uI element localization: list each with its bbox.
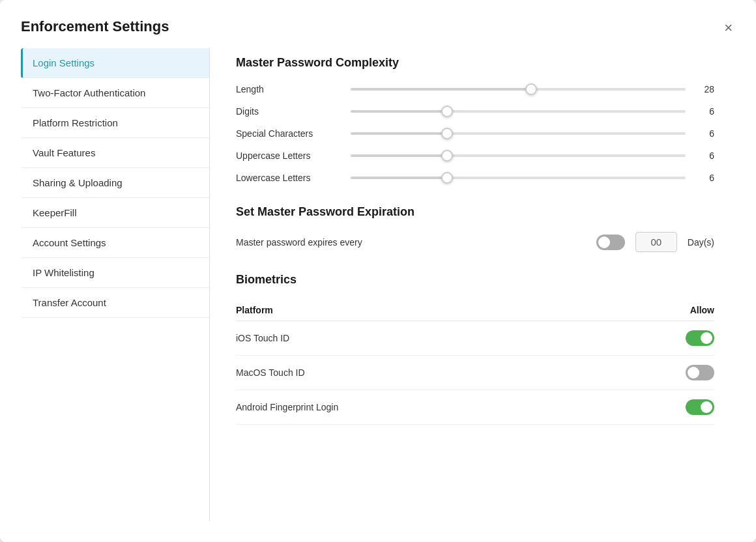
biometrics-toggle-macos-touch-id[interactable] <box>686 365 714 380</box>
slider-input-length[interactable] <box>351 88 686 91</box>
enforcement-settings-modal: Enforcement Settings × Login SettingsTwo… <box>0 0 756 542</box>
slider-row-uppercase: Uppercase Letters6 <box>236 149 714 162</box>
close-button[interactable]: × <box>721 18 735 38</box>
expiration-row: Master password expires every Day(s) <box>236 232 714 252</box>
biometrics-toggle-slider-android-fingerprint <box>686 399 714 415</box>
sidebar-item-login-settings[interactable]: Login Settings <box>21 48 209 78</box>
biometrics-rows: iOS Touch IDMacOS Touch IDAndroid Finger… <box>236 321 714 425</box>
biometrics-toggle-slider-macos-touch-id <box>686 365 714 380</box>
slider-label-digits: Digits <box>236 106 340 117</box>
modal-header: Enforcement Settings × <box>0 0 756 48</box>
slider-input-digits[interactable] <box>351 110 686 113</box>
biometrics-toggle-slider-ios-touch-id <box>686 330 714 346</box>
slider-wrap-digits <box>351 105 686 118</box>
slider-row-length: Length28 <box>236 83 714 96</box>
slider-value-lowercase: 6 <box>696 173 714 183</box>
slider-value-length: 28 <box>696 84 714 94</box>
sidebar-item-vault-features[interactable]: Vault Features <box>21 138 209 168</box>
expiration-toggle-slider <box>596 235 625 250</box>
slider-wrap-uppercase <box>351 149 686 162</box>
biometrics-section: Biometrics Platform Allow iOS Touch IDMa… <box>236 273 714 425</box>
slider-input-special-chars[interactable] <box>351 132 686 135</box>
biometrics-allow-header: Allow <box>690 305 714 315</box>
sidebar-item-keeperfill[interactable]: KeeperFill <box>21 198 209 228</box>
slider-input-uppercase[interactable] <box>351 154 686 157</box>
main-content: Master Password Complexity Length28Digit… <box>210 48 735 521</box>
biometrics-label-android-fingerprint: Android Fingerprint Login <box>236 402 338 412</box>
password-section-title: Master Password Complexity <box>236 56 714 70</box>
slider-wrap-length <box>351 83 686 96</box>
expiration-toggle[interactable] <box>596 235 625 250</box>
slider-label-lowercase: Lowercase Letters <box>236 173 340 183</box>
modal-title: Enforcement Settings <box>21 18 169 35</box>
sidebar-item-ip-whitelisting[interactable]: IP Whitelisting <box>21 258 209 288</box>
biometrics-row-macos-touch-id: MacOS Touch ID <box>236 356 714 390</box>
modal-body: Login SettingsTwo-Factor AuthenticationP… <box>0 48 756 542</box>
sidebar-item-transfer-account[interactable]: Transfer Account <box>21 288 209 318</box>
slider-wrap-special-chars <box>351 127 686 140</box>
expiration-section-title: Set Master Password Expiration <box>236 205 714 219</box>
expiration-label: Master password expires every <box>236 237 586 248</box>
biometrics-row-android-fingerprint: Android Fingerprint Login <box>236 390 714 425</box>
slider-input-lowercase[interactable] <box>351 177 686 179</box>
sidebar-item-platform-restriction[interactable]: Platform Restriction <box>21 108 209 138</box>
slider-value-special-chars: 6 <box>696 128 714 139</box>
biometrics-toggle-android-fingerprint[interactable] <box>686 399 714 415</box>
days-input[interactable] <box>635 232 677 252</box>
slider-value-digits: 6 <box>696 106 714 117</box>
slider-wrap-lowercase <box>351 171 686 184</box>
slider-label-special-chars: Special Characters <box>236 128 340 139</box>
sidebar-item-two-factor-auth[interactable]: Two-Factor Authentication <box>21 78 209 108</box>
biometrics-section-title: Biometrics <box>236 273 714 287</box>
expiration-section: Set Master Password Expiration Master pa… <box>236 205 714 252</box>
sliders-container: Length28Digits6Special Characters6Upperc… <box>236 83 714 184</box>
slider-row-lowercase: Lowercase Letters6 <box>236 171 714 184</box>
slider-row-digits: Digits6 <box>236 105 714 118</box>
biometrics-platform-header: Platform <box>236 305 273 315</box>
biometrics-toggle-ios-touch-id[interactable] <box>686 330 714 346</box>
days-label: Day(s) <box>688 237 714 248</box>
biometrics-label-macos-touch-id: MacOS Touch ID <box>236 367 305 378</box>
sidebar-item-sharing-uploading[interactable]: Sharing & Uploading <box>21 168 209 198</box>
biometrics-header: Platform Allow <box>236 300 714 321</box>
biometrics-row-ios-touch-id: iOS Touch ID <box>236 321 714 356</box>
slider-label-uppercase: Uppercase Letters <box>236 150 340 161</box>
biometrics-label-ios-touch-id: iOS Touch ID <box>236 333 289 343</box>
slider-row-special-chars: Special Characters6 <box>236 127 714 140</box>
password-complexity-section: Master Password Complexity Length28Digit… <box>236 56 714 184</box>
slider-label-length: Length <box>236 84 340 94</box>
sidebar: Login SettingsTwo-Factor AuthenticationP… <box>21 48 210 521</box>
sidebar-item-account-settings[interactable]: Account Settings <box>21 228 209 258</box>
slider-value-uppercase: 6 <box>696 150 714 161</box>
